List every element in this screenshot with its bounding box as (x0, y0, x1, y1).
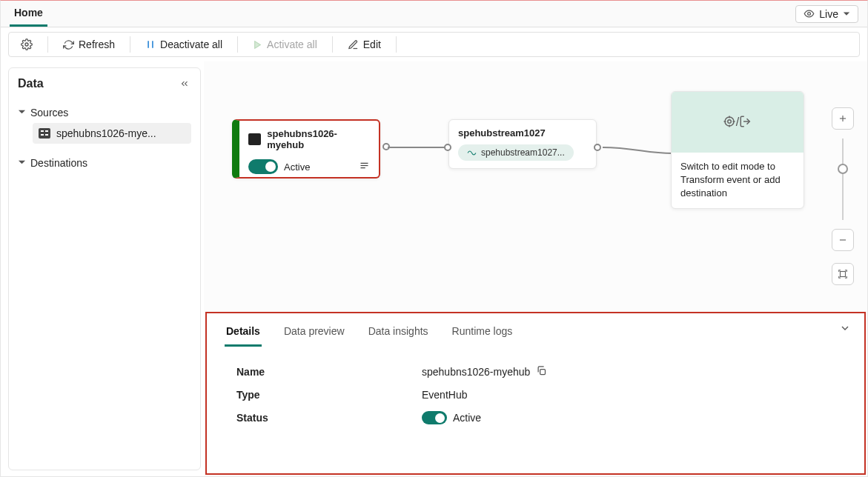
export-icon (739, 115, 752, 130)
sources-header[interactable]: Sources (18, 102, 191, 123)
chevron-down-icon (843, 8, 850, 20)
destination-placeholder[interactable]: / Switch to edit mode to Transform event… (671, 91, 804, 209)
refresh-button[interactable]: Refresh (56, 36, 122, 53)
tab-data-insights[interactable]: Data insights (367, 321, 430, 347)
status-toggle[interactable] (248, 159, 278, 174)
collapse-sidebar-icon[interactable] (179, 79, 190, 91)
fit-button[interactable] (832, 263, 854, 285)
svg-point-11 (725, 117, 734, 126)
eventhub-icon (248, 133, 261, 145)
type-label: Type (236, 389, 422, 401)
input-port[interactable] (444, 144, 451, 151)
zoom-in-button[interactable] (832, 107, 854, 130)
output-port[interactable] (382, 143, 390, 150)
name-value: spehubns1026-myehub (422, 366, 530, 378)
details-panel: Details Data preview Data insights Runti… (205, 312, 866, 475)
edit-button[interactable]: Edit (340, 36, 388, 53)
connector (388, 144, 451, 151)
refresh-label: Refresh (79, 39, 115, 50)
type-value: EventHub (422, 389, 467, 401)
more-icon[interactable] (359, 160, 370, 173)
deactivate-label: Deactivate all (160, 39, 222, 50)
source-node-title: spehubns1026-myehub (267, 128, 370, 150)
design-canvas[interactable]: spehubns1026-myehub Active (204, 61, 867, 312)
source-item-label: spehubns1026-mye... (56, 127, 156, 139)
deactivate-all-button[interactable]: Deactivate all (138, 36, 230, 53)
stream-pill: spehubstream1027... (458, 144, 574, 161)
pause-icon (145, 39, 156, 50)
name-label: Name (236, 366, 422, 378)
svg-marker-4 (255, 41, 261, 48)
data-sidebar: Data Sources spehubns1026-mye... Destina… (8, 67, 201, 470)
tab-runtime-logs[interactable]: Runtime logs (451, 321, 514, 347)
live-dropdown[interactable]: Live (795, 5, 858, 23)
edit-icon (348, 39, 359, 50)
stream-pill-label: spehubstream1027... (481, 147, 565, 158)
tab-home[interactable]: Home (10, 1, 47, 27)
source-node[interactable]: spehubns1026-myehub Active (232, 119, 380, 179)
svg-rect-18 (540, 370, 546, 375)
sidebar-title: Data (18, 77, 191, 90)
destinations-header[interactable]: Destinations (18, 153, 191, 173)
copy-icon[interactable] (536, 365, 547, 378)
stream-node[interactable]: spehubstream1027 spehubstream1027... (448, 119, 597, 169)
stream-node-title: spehubstream1027 (458, 127, 587, 139)
status-label: Active (284, 161, 310, 173)
play-icon (253, 40, 262, 50)
status-toggle[interactable] (422, 411, 447, 424)
live-label: Live (819, 8, 838, 20)
refresh-icon (63, 39, 74, 50)
tab-data-preview[interactable]: Data preview (282, 321, 346, 347)
transform-icon (723, 115, 736, 130)
chevron-down-icon (18, 157, 26, 169)
eventhub-icon (39, 128, 50, 139)
collapse-panel-icon[interactable] (839, 322, 851, 336)
status-label: Status (236, 412, 422, 424)
svg-point-0 (808, 13, 811, 16)
source-item[interactable]: spehubns1026-mye... (33, 123, 191, 144)
output-port[interactable] (594, 144, 601, 151)
svg-point-12 (728, 119, 732, 123)
zoom-slider[interactable] (842, 139, 844, 220)
edit-label: Edit (363, 39, 381, 50)
sources-label: Sources (30, 107, 68, 119)
svg-point-1 (25, 43, 28, 46)
connector (603, 133, 677, 162)
zoom-out-button[interactable] (832, 229, 854, 251)
destination-hint: Switch to edit mode to Transform event o… (672, 153, 804, 208)
settings-button[interactable] (13, 36, 40, 53)
top-tabs: Home Live (1, 1, 867, 27)
status-value: Active (453, 412, 481, 424)
eye-icon (804, 8, 815, 19)
chevron-down-icon (18, 107, 26, 119)
activate-label: Activate all (267, 39, 317, 50)
destinations-label: Destinations (30, 157, 87, 169)
gear-icon (21, 39, 33, 50)
svg-rect-17 (841, 272, 846, 277)
toolbar: Refresh Deactivate all Activate all Edit (8, 32, 860, 57)
zoom-controls (832, 107, 854, 285)
activate-all-button[interactable]: Activate all (245, 36, 325, 53)
tab-details[interactable]: Details (225, 321, 262, 347)
